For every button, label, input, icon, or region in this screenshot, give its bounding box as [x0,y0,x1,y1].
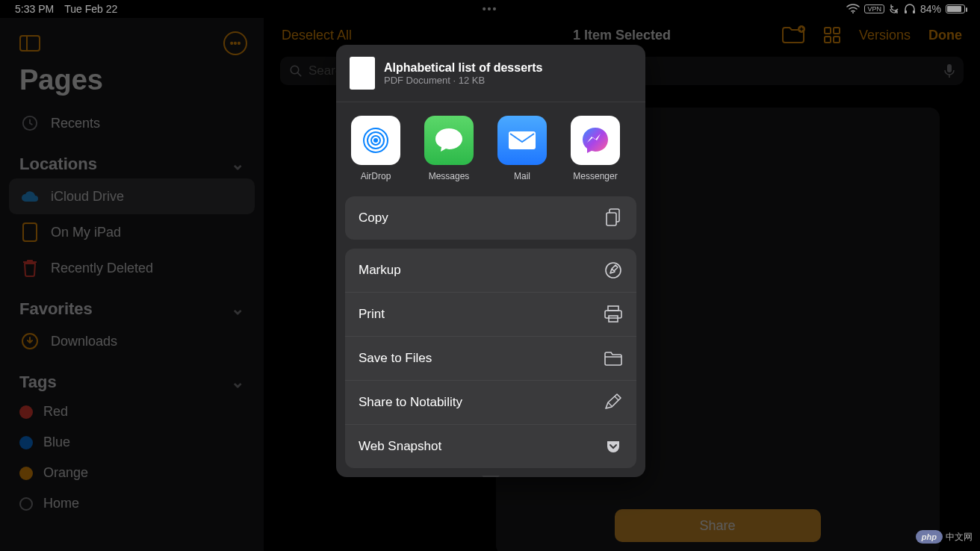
pocket-icon [604,437,623,456]
svg-line-30 [608,402,612,406]
action-print[interactable]: Print [345,293,636,336]
document-thumbnail-icon [350,57,375,90]
markup-icon [604,261,623,280]
print-icon [604,305,623,324]
share-app-airdrop[interactable]: AirDrop [350,116,402,181]
action-save-to-files[interactable]: Save to Files [345,337,636,380]
messages-icon [424,116,474,165]
svg-point-19 [373,138,378,143]
pencil-icon [604,393,623,412]
share-sheet: Alphabetical list of desserts PDF Docume… [336,45,645,477]
share-app-partial[interactable]: D [642,116,645,181]
svg-rect-20 [509,131,536,149]
popover-tail [482,476,500,477]
airdrop-icon [351,116,400,165]
svg-rect-23 [607,213,616,225]
svg-rect-27 [609,316,618,322]
share-app-messenger[interactable]: Messenger [569,116,621,181]
svg-rect-26 [605,311,621,318]
action-list-card: Markup Print Save to Files Share to Nota… [345,249,636,468]
share-doc-title: Alphabetical list of desserts [384,61,543,75]
share-doc-subtitle: PDF Document · 12 KB [384,75,543,86]
action-web-snapshot[interactable]: Web Snapshot [345,425,636,468]
action-copy[interactable]: Copy [345,196,636,240]
copy-icon [604,208,623,228]
share-sheet-header: Alphabetical list of desserts PDF Docume… [336,45,645,102]
mail-icon [497,116,547,165]
folder-icon [604,349,623,368]
svg-line-29 [615,396,618,400]
action-copy-card: Copy [345,196,636,240]
messenger-icon [571,116,620,165]
share-apps-row[interactable]: AirDrop Messages Mail Messenger D [336,102,645,192]
action-markup[interactable]: Markup [345,249,636,292]
svg-rect-25 [608,306,618,311]
share-app-messages[interactable]: Messages [423,116,475,181]
watermark: php 中文网 [916,530,973,544]
share-app-mail[interactable]: Mail [496,116,548,181]
action-share-notability[interactable]: Share to Notability [345,381,636,424]
